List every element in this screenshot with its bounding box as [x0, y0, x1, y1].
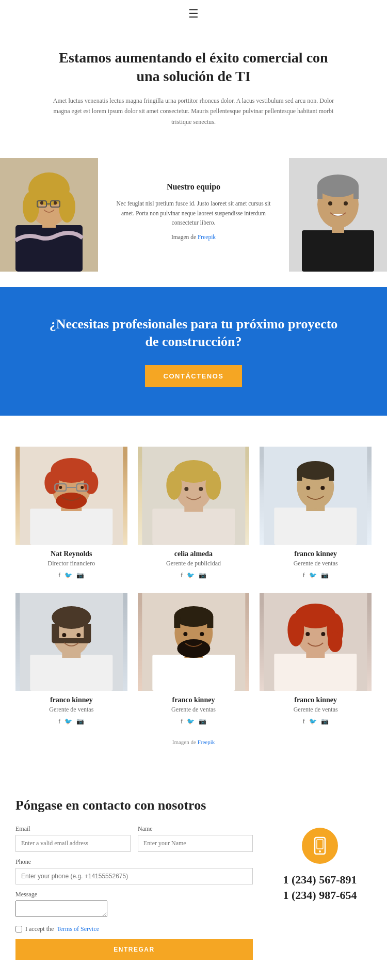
svg-rect-67: [174, 617, 180, 628]
team-card-socials-franco4: f 🐦 📷: [264, 718, 367, 725]
team-card-socials-franco3: f 🐦 📷: [142, 718, 246, 725]
svg-point-5: [23, 192, 39, 223]
hero-title: Estamos aumentando el éxito comercial co…: [52, 49, 335, 86]
svg-point-84: [319, 850, 321, 852]
svg-point-6: [59, 192, 75, 223]
name-label: Name: [138, 825, 253, 833]
message-input[interactable]: [15, 900, 107, 917]
team-card-name-franco1: franco kinney: [264, 550, 367, 558]
svg-rect-59: [52, 638, 91, 643]
team-intro-section: Nuestro equipo Nec feugiat nisl pretium …: [0, 158, 387, 272]
team-card-info-franco2: franco kinney Gerente de ventas f 🐦 📷: [15, 691, 127, 729]
contact-section: Póngase en contacto con nosotros Email N…: [0, 771, 387, 980]
svg-rect-83: [317, 840, 323, 849]
team-card-socials-franco1: f 🐦 📷: [264, 572, 367, 579]
team-grid-row2: franco kinney Gerente de ventas f 🐦 📷: [15, 593, 372, 729]
instagram-icon-franco2[interactable]: 📷: [76, 718, 84, 725]
form-group-message: Message: [15, 891, 253, 919]
team-intro-heading: Nuestro equipo: [167, 182, 220, 192]
svg-rect-58: [84, 624, 91, 640]
twitter-icon-franco3[interactable]: 🐦: [187, 718, 195, 725]
twitter-icon-celia[interactable]: 🐦: [187, 572, 195, 579]
facebook-icon-nat[interactable]: f: [58, 572, 60, 579]
twitter-icon-nat[interactable]: 🐦: [64, 572, 72, 579]
instagram-icon-nat[interactable]: 📷: [76, 572, 84, 579]
form-group-email: Email: [15, 825, 131, 852]
team-intro-description: Nec feugiat nisl pretium fusce id. Justo…: [114, 199, 273, 227]
checkbox-text: I accept the: [25, 925, 54, 933]
svg-rect-63: [152, 655, 235, 691]
svg-point-79: [328, 631, 343, 652]
contact-heading: Póngase en contacto con nosotros: [15, 797, 253, 814]
team-card-socials-nat: f 🐦 📷: [20, 572, 123, 579]
team-card-photo-franco3: [138, 593, 250, 691]
svg-point-70: [183, 632, 187, 636]
team-card-photo-celia: [138, 447, 250, 545]
freepik-note: Imagen de Freepik: [15, 739, 372, 745]
team-grid-row1: Nat Reynolds Director financiero f 🐦 📷: [15, 447, 372, 582]
team-card-title-franco2: Gerente de ventas: [20, 706, 123, 714]
name-input[interactable]: [138, 835, 253, 852]
svg-rect-49: [329, 470, 334, 481]
email-input[interactable]: [15, 835, 131, 852]
phone-icon: [311, 836, 329, 855]
facebook-icon-celia[interactable]: f: [181, 572, 183, 579]
team-card-socials-franco2: f 🐦 📷: [20, 718, 123, 725]
team-card-nat: Nat Reynolds Director financiero f 🐦 📷: [15, 447, 127, 582]
svg-point-19: [328, 201, 332, 206]
phone-input[interactable]: [15, 868, 253, 884]
terms-checkbox[interactable]: [15, 926, 22, 932]
facebook-icon-franco4[interactable]: f: [303, 718, 305, 725]
team-intro-photo-left: [0, 158, 98, 272]
svg-point-11: [54, 201, 57, 204]
team-card-info-nat: Nat Reynolds Director financiero f 🐦 📷: [15, 545, 127, 582]
team-card-name-franco4: franco kinney: [264, 696, 367, 704]
svg-point-16: [317, 175, 359, 197]
svg-point-80: [306, 632, 310, 636]
team-intro-photo-right: [289, 158, 387, 272]
email-label: Email: [15, 825, 131, 833]
phone-icon-circle: [302, 828, 338, 864]
team-card-photo-franco2: [15, 593, 127, 691]
twitter-icon-franco2[interactable]: 🐦: [64, 718, 72, 725]
cta-banner: ¿Necesitas profesionales para tu próximo…: [0, 287, 387, 416]
team-card-info-franco1: franco kinney Gerente de ventas f 🐦 📷: [260, 545, 372, 582]
facebook-icon-franco1[interactable]: f: [303, 572, 305, 579]
team-intro-center: Nuestro equipo Nec feugiat nisl pretium …: [98, 158, 289, 272]
svg-point-40: [205, 471, 221, 500]
phone-number-2: 1 (234) 987-654: [283, 888, 357, 904]
phone-label: Phone: [15, 858, 253, 866]
svg-rect-57: [52, 624, 59, 640]
form-group-name: Name: [138, 825, 253, 852]
svg-point-61: [76, 633, 80, 637]
instagram-icon-celia[interactable]: 📷: [199, 572, 206, 579]
twitter-icon-franco1[interactable]: 🐦: [309, 572, 317, 579]
twitter-icon-franco4[interactable]: 🐦: [309, 718, 317, 725]
phone-numbers: 1 (234) 567-891 1 (234) 987-654: [283, 872, 357, 904]
instagram-icon-franco4[interactable]: 📷: [321, 718, 329, 725]
form-row-email-name: Email Name: [15, 825, 253, 852]
instagram-icon-franco3[interactable]: 📷: [199, 718, 206, 725]
terms-link[interactable]: Terms of Service: [57, 925, 99, 933]
team-card-info-franco3: franco kinney Gerente de ventas f 🐦 📷: [138, 691, 250, 729]
svg-rect-22: [30, 509, 112, 545]
freepik-link[interactable]: Freepik: [198, 234, 216, 240]
cta-button[interactable]: CONTÁCTENOS: [145, 365, 243, 387]
svg-point-32: [59, 486, 62, 489]
submit-button[interactable]: ENTREGAR: [15, 939, 253, 960]
svg-rect-17: [317, 186, 322, 199]
form-group-phone: Phone: [15, 858, 253, 884]
team-card-name-franco3: franco kinney: [142, 696, 246, 704]
svg-point-71: [200, 632, 204, 636]
facebook-icon-franco2[interactable]: f: [58, 718, 60, 725]
facebook-icon-franco3[interactable]: f: [181, 718, 183, 725]
team-card-title-franco3: Gerente de ventas: [142, 706, 246, 714]
contact-right: 1 (234) 567-891 1 (234) 987-654: [268, 797, 372, 904]
team-card-franco1: franco kinney Gerente de ventas f 🐦 📷: [260, 447, 372, 582]
instagram-icon-franco1[interactable]: 📷: [321, 572, 329, 579]
freepik-note-link[interactable]: Freepik: [198, 739, 215, 745]
hamburger-icon[interactable]: ☰: [188, 7, 199, 21]
svg-point-60: [62, 633, 66, 637]
team-card-title-franco4: Gerente de ventas: [264, 706, 367, 714]
svg-point-41: [184, 487, 188, 491]
